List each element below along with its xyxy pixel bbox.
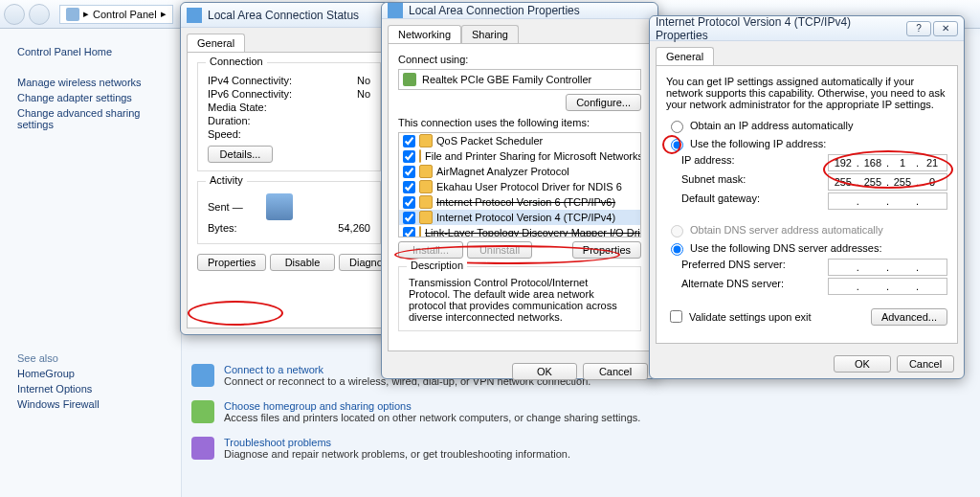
- item-airmagnet[interactable]: AirMagnet Analyzer Protocol: [399, 164, 640, 179]
- connect-using-label: Connect using:: [398, 54, 641, 65]
- uses-label: This connection uses the following items…: [398, 117, 641, 128]
- svg-rect-0: [187, 8, 202, 23]
- ip-input[interactable]: . . .: [828, 154, 947, 171]
- item-properties-button[interactable]: Properties: [572, 241, 641, 259]
- adns-input[interactable]: . . .: [828, 278, 947, 295]
- sidebar-home[interactable]: Control Panel Home: [17, 46, 167, 57]
- protocol-icon: [419, 211, 433, 224]
- item-ek-check[interactable]: [403, 181, 415, 193]
- bytes-value: 54,260: [338, 222, 370, 234]
- back-button[interactable]: [4, 4, 25, 25]
- seealso-internet-options[interactable]: Internet Options: [17, 383, 167, 395]
- ipv6-label: IPv6 Connectivity:: [208, 88, 292, 100]
- breadcrumb-label[interactable]: Control Panel: [93, 9, 157, 20]
- group-activity: Activity: [206, 174, 247, 186]
- tab-networking[interactable]: Networking: [388, 25, 461, 43]
- uninstall-button[interactable]: Uninstall: [467, 241, 532, 259]
- properties-titlebar[interactable]: Local Area Connection Properties: [382, 3, 657, 19]
- adns-label: Alternate DNS server:: [681, 278, 784, 295]
- ok-button[interactable]: OK: [512, 363, 577, 380]
- close-button[interactable]: ✕: [933, 21, 958, 36]
- properties-button[interactable]: Properties: [197, 254, 266, 271]
- mask-input[interactable]: . . .: [828, 173, 947, 191]
- sidebar: Control Panel Home Manage wireless netwo…: [0, 29, 182, 497]
- ipv4-label: IPv4 Connectivity:: [208, 75, 292, 86]
- install-button[interactable]: Install...: [398, 241, 463, 259]
- ipv4-ok-button[interactable]: OK: [834, 355, 891, 373]
- item-ipv4-check[interactable]: [403, 212, 415, 224]
- description-label: Description: [407, 260, 467, 271]
- pdns-input[interactable]: . . .: [828, 259, 947, 276]
- ipv6-value: No: [357, 88, 370, 100]
- item-ipv6[interactable]: Internet Protocol Version 6 (TCP/IPv6): [399, 194, 640, 210]
- status-titlebar[interactable]: Local Area Connection Status: [181, 3, 397, 28]
- computer-icon: [266, 193, 293, 220]
- item-lltd[interactable]: Link-Layer Topology Discovery Mapper I/O…: [399, 225, 640, 237]
- item-am-check[interactable]: [403, 166, 415, 178]
- protocol-icon: [419, 134, 433, 147]
- adapter-name: Realtek PCIe GBE Family Controller: [422, 74, 591, 85]
- adapter-icon: [403, 73, 416, 86]
- seealso-homegroup[interactable]: HomeGroup: [17, 368, 167, 379]
- status-tabpage: Connection IPv4 Connectivity:No IPv6 Con…: [187, 52, 391, 328]
- disable-button[interactable]: Disable: [270, 254, 335, 271]
- item-ekahau[interactable]: Ekahau User Protocol Driver for NDIS 6: [399, 179, 640, 194]
- properties-dialog: Local Area Connection Properties Network…: [381, 2, 658, 379]
- sidebar-link-adapter[interactable]: Change adapter settings: [17, 92, 167, 103]
- sidebar-link-sharing[interactable]: Change advanced sharing settings: [17, 107, 167, 130]
- pdns-label: Preferred DNS server:: [681, 259, 786, 276]
- homegroup-icon: [191, 400, 214, 423]
- task-homegroup[interactable]: Choose homegroup and sharing optionsAcce…: [191, 400, 970, 423]
- status-tab-general[interactable]: General: [187, 34, 245, 52]
- status-dialog: Local Area Connection Status General Con…: [180, 2, 398, 335]
- cancel-button[interactable]: Cancel: [583, 363, 648, 380]
- advanced-button[interactable]: Advanced...: [871, 308, 947, 326]
- mask-label: Subnet mask:: [681, 173, 746, 191]
- item-ipv6-check[interactable]: [403, 196, 415, 209]
- ipv4-tabpage: You can get IP settings assigned automat…: [656, 65, 958, 344]
- properties-title: Local Area Connection Properties: [409, 4, 580, 17]
- media-label: Media State:: [208, 102, 267, 113]
- protocol-icon: [419, 165, 433, 178]
- details-button[interactable]: Details...: [208, 146, 273, 163]
- protocol-icon: [419, 226, 421, 237]
- network-icon: [191, 364, 214, 387]
- radio-auto-dns[interactable]: Obtain DNS server address automatically: [666, 222, 947, 237]
- breadcrumb-icon: [66, 8, 79, 21]
- breadcrumb[interactable]: ▸ Control Panel ▸: [59, 5, 173, 24]
- radio-auto-ip[interactable]: Obtain an IP address automatically: [666, 118, 947, 133]
- task-troubleshoot[interactable]: Troubleshoot problemsDiagnose and repair…: [191, 437, 970, 460]
- item-qos-check[interactable]: [403, 135, 415, 147]
- help-button[interactable]: ?: [906, 21, 931, 36]
- gw-input[interactable]: . . .: [828, 192, 947, 210]
- ipv4-dialog: Internet Protocol Version 4 (TCP/IPv4) P…: [649, 15, 965, 379]
- troubleshoot-icon: [191, 437, 214, 460]
- configure-button[interactable]: Configure...: [566, 94, 641, 111]
- item-qos[interactable]: QoS Packet Scheduler: [399, 133, 640, 148]
- items-listbox[interactable]: QoS Packet Scheduler File and Printer Sh…: [398, 132, 641, 237]
- radio-use-ip[interactable]: Use the following IP address:: [666, 136, 947, 151]
- seealso-firewall[interactable]: Windows Firewall: [17, 398, 167, 410]
- group-connection: Connection: [206, 56, 267, 67]
- see-also-header: See also: [17, 352, 167, 364]
- item-lltd-check[interactable]: [403, 227, 415, 238]
- ipv4-titlebar[interactable]: Internet Protocol Version 4 (TCP/IPv4) P…: [650, 16, 964, 41]
- breadcrumb-chevron: ▸: [83, 8, 89, 20]
- ip-label: IP address:: [681, 154, 734, 171]
- item-fp-check[interactable]: [403, 150, 415, 163]
- bytes-label: Bytes:: [208, 222, 237, 234]
- annotation-properties-circle: [188, 301, 283, 326]
- properties-tabpage: Connect using: Realtek PCIe GBE Family C…: [388, 43, 652, 351]
- radio-use-dns[interactable]: Use the following DNS server addresses:: [666, 240, 947, 256]
- item-file-printer[interactable]: File and Printer Sharing for Microsoft N…: [399, 148, 640, 164]
- ipv4-intro: You can get IP settings assigned automat…: [666, 76, 947, 110]
- protocol-icon: [419, 195, 433, 209]
- item-ipv4[interactable]: Internet Protocol Version 4 (TCP/IPv4): [399, 210, 640, 225]
- validate-checkbox[interactable]: Validate settings upon exit: [666, 307, 812, 326]
- ipv4-tab-general[interactable]: General: [656, 47, 714, 65]
- sidebar-link-wireless[interactable]: Manage wireless networks: [17, 77, 167, 88]
- tab-sharing[interactable]: Sharing: [461, 25, 519, 43]
- connection-icon: [388, 3, 403, 18]
- forward-button[interactable]: [29, 4, 50, 25]
- ipv4-cancel-button[interactable]: Cancel: [897, 355, 954, 373]
